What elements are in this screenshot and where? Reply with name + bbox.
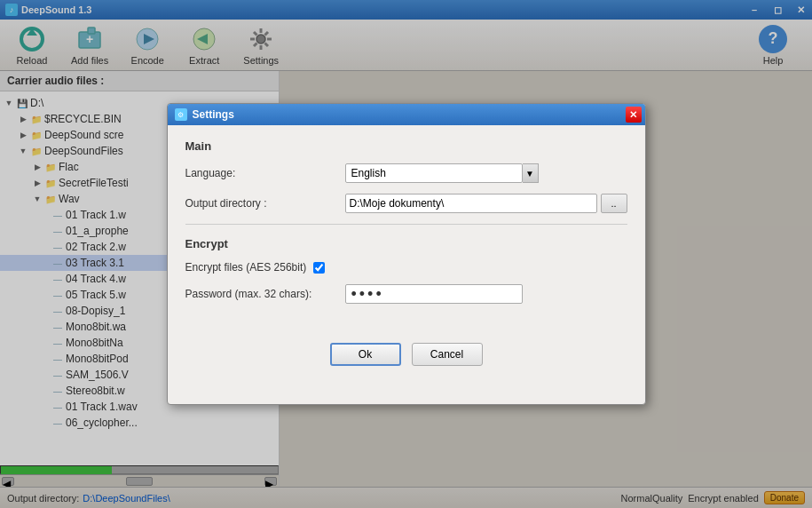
- encrypt-label: Encrypt files (AES 256bit): [185, 261, 307, 274]
- password-label: Password (max. 32 chars):: [185, 288, 345, 300]
- language-dropdown[interactable]: English: [345, 163, 523, 183]
- browse-button[interactable]: ..: [601, 194, 627, 213]
- encrypt-section: Encrypt Encrypt files (AES 256bit) Passw…: [185, 237, 627, 304]
- encrypt-checkbox[interactable]: [313, 262, 325, 274]
- dialog-footer: Ok Cancel: [168, 329, 645, 384]
- dialog-close-button[interactable]: ✕: [626, 107, 642, 123]
- ok-button[interactable]: Ok: [330, 343, 401, 366]
- encrypt-section-title: Encrypt: [185, 237, 627, 250]
- language-dropdown-arrow[interactable]: ▼: [523, 163, 539, 183]
- language-control: English ▼: [345, 163, 627, 183]
- output-dir-row: Output directory : ..: [185, 194, 627, 213]
- dialog-title: Settings: [193, 108, 234, 121]
- main-section-title: Main: [185, 139, 627, 153]
- dialog-icon: ⚙: [175, 108, 187, 121]
- dialog-body: Main Language: English ▼ Output director…: [168, 125, 645, 329]
- modal-overlay: ⚙ Settings ✕ Main Language: English ▼ Ou…: [0, 0, 812, 508]
- language-row: Language: English ▼: [185, 163, 627, 183]
- dialog-title-bar: ⚙ Settings ✕: [168, 104, 645, 125]
- password-dots-display: ••••: [351, 285, 384, 304]
- password-row: Password (max. 32 chars): ••••: [185, 284, 627, 304]
- settings-dialog: ⚙ Settings ✕ Main Language: English ▼ Ou…: [167, 103, 646, 405]
- password-control: ••••: [345, 284, 627, 304]
- language-label: Language:: [185, 167, 345, 179]
- language-value: English: [351, 167, 386, 179]
- output-dir-control: ..: [345, 194, 627, 213]
- section-divider: [185, 224, 627, 225]
- output-dir-label: Output directory :: [185, 197, 345, 210]
- encrypt-checkbox-row: Encrypt files (AES 256bit): [185, 261, 627, 274]
- password-input[interactable]: ••••: [345, 284, 523, 304]
- output-dir-input[interactable]: [345, 194, 597, 213]
- cancel-button[interactable]: Cancel: [412, 343, 483, 366]
